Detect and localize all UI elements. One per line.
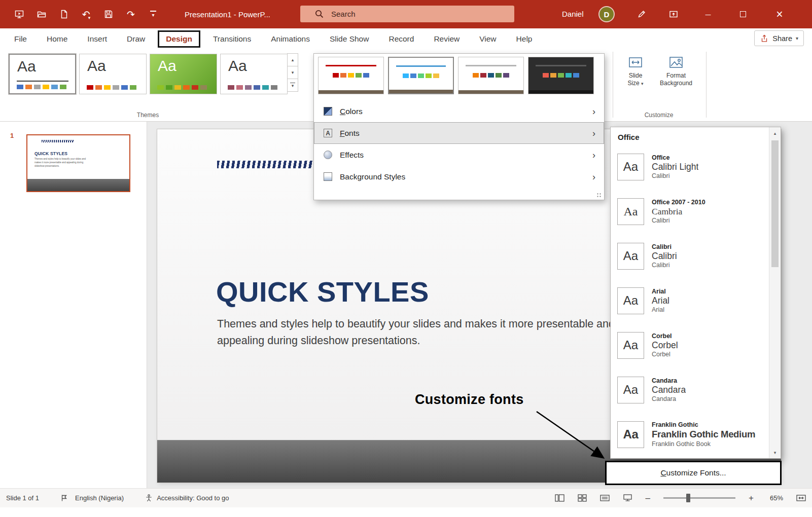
accessibility-button[interactable]: Accessibility: Good to go: [145, 494, 229, 502]
theme-color-strip: [157, 85, 207, 90]
body-font-name: Calibri: [652, 262, 677, 269]
menu-item[interactable]: Effects ›: [314, 144, 604, 166]
ribbon-tab[interactable]: Animations: [268, 34, 313, 44]
ribbon-tab[interactable]: Insert: [84, 34, 110, 44]
ribbon-tab[interactable]: View: [476, 34, 499, 44]
maximize-button[interactable]: [731, 0, 755, 28]
thumbnail-title: QUICK STYLES: [34, 151, 129, 156]
slide-title-textbox[interactable]: QUICK STYLES: [216, 275, 429, 308]
account-avatar[interactable]: D: [598, 6, 615, 22]
font-scheme-name: Calibri: [652, 243, 677, 250]
variant-thumbnail[interactable]: [388, 57, 454, 94]
font-sample-box: Aa: [617, 243, 644, 270]
reading-view-button[interactable]: [600, 494, 610, 502]
open-folder-icon: [37, 9, 47, 19]
ribbon-tab[interactable]: Draw: [124, 34, 148, 44]
language-button[interactable]: English (Nigeria): [75, 494, 124, 502]
new-file-button[interactable]: [54, 5, 74, 23]
ribbon-tab[interactable]: Record: [385, 34, 417, 44]
normal-view-button[interactable]: [555, 494, 564, 502]
font-scheme-item[interactable]: Aa Franklin Gothic Franklin Gothic Mediu…: [611, 412, 781, 457]
variant-gallery: [314, 54, 604, 94]
slide-sorter-icon: [578, 494, 587, 502]
variant-thumbnail[interactable]: [458, 57, 524, 94]
themes-scroll-down-button[interactable]: ▾: [287, 66, 298, 79]
slideshow-view-button[interactable]: [623, 494, 632, 502]
font-scheme-item[interactable]: Aa Arial Arial Arial: [611, 278, 781, 323]
slideshow-icon: [623, 494, 632, 502]
chevron-down-icon: ▾: [774, 450, 776, 455]
variant-color-strip: [319, 73, 383, 78]
customize-quick-access-button[interactable]: ▾: [143, 5, 163, 23]
slide-size-button[interactable]: SlideSize ▾: [620, 55, 651, 87]
start-slideshow-button[interactable]: [9, 5, 29, 23]
minimize-button[interactable]: ─: [696, 0, 720, 28]
format-background-button[interactable]: FormatBackground: [654, 55, 698, 87]
theme-card[interactable]: Aa: [220, 54, 288, 94]
redo-button[interactable]: ↷: [121, 5, 141, 23]
slide-number: 1: [10, 132, 14, 139]
ribbon-tab[interactable]: File: [11, 34, 30, 44]
zoom-out-button[interactable]: –: [646, 493, 650, 503]
save-button[interactable]: [98, 5, 119, 23]
scroll-down-button[interactable]: ▾: [769, 447, 781, 458]
share-button[interactable]: Share ▾: [754, 30, 804, 46]
scrollbar-thumb[interactable]: [771, 140, 779, 267]
share-dropdown-icon: ▾: [796, 35, 798, 41]
font-scheme-item[interactable]: Aa Corbel Corbel Corbel: [611, 323, 781, 367]
font-scheme-item[interactable]: Aa Office 2007 - 2010 Cambria Calibri: [611, 189, 781, 234]
customize-fonts-button[interactable]: Customize Fonts...: [605, 461, 782, 485]
menu-item-label: Background Styles: [340, 172, 405, 181]
menu-item[interactable]: Colors ›: [314, 100, 604, 122]
themes-scroll-up-button[interactable]: ▴: [287, 53, 298, 66]
zoom-in-button[interactable]: +: [749, 493, 754, 503]
theme-card[interactable]: Aa: [150, 54, 217, 94]
zoom-slider-thumb[interactable]: [686, 494, 690, 502]
ribbon-tab[interactable]: Home: [44, 34, 70, 44]
theme-card[interactable]: Aa: [79, 54, 147, 94]
ribbon-tab[interactable]: Review: [431, 34, 463, 44]
resize-grip[interactable]: [596, 193, 602, 198]
thumbnail-floor-graphic: [27, 179, 129, 191]
proofing-flag-button[interactable]: [60, 494, 68, 502]
account-name[interactable]: Daniel: [562, 10, 584, 18]
heading-font-name: Arial: [652, 295, 669, 307]
slide-thumbnail[interactable]: QUICK STYLES Themes and styles help to b…: [26, 134, 130, 192]
ribbon-tab[interactable]: Transitions: [210, 34, 254, 44]
group-divider: [706, 52, 707, 118]
themes-more-button[interactable]: ▾: [287, 79, 298, 92]
variant-thumbnail[interactable]: [528, 57, 594, 94]
fonts-scrollbar[interactable]: ▴ ▾: [769, 127, 781, 458]
slide-body-textbox[interactable]: Themes and styles help to beautify your …: [217, 316, 615, 350]
annotation-arrow: [517, 400, 614, 466]
theme-card[interactable]: Aa: [9, 54, 76, 94]
close-button[interactable]: ×: [764, 0, 795, 28]
ink-pen-button[interactable]: [630, 0, 653, 28]
ribbon-tab[interactable]: Help: [513, 34, 536, 44]
search-bar[interactable]: [300, 6, 514, 22]
variant-thumbnail[interactable]: [318, 57, 384, 94]
zoom-slider[interactable]: [663, 497, 735, 499]
theme-divider-line: [17, 81, 68, 82]
open-button[interactable]: [31, 5, 52, 23]
font-scheme-item[interactable]: Aa Candara Candara Candara: [611, 367, 781, 412]
font-scheme-item[interactable]: Aa Calibri Calibri Calibri: [611, 234, 781, 278]
zoom-level[interactable]: 65%: [767, 494, 783, 502]
group-divider: [613, 52, 613, 118]
font-scheme-item[interactable]: Aa Office Calibri Light Calibri: [611, 144, 781, 189]
ribbon-tab[interactable]: Slide Show: [327, 34, 372, 44]
scroll-up-button[interactable]: ▴: [769, 127, 781, 139]
annotation-label: Customize fonts: [415, 392, 524, 408]
heading-font-name: Calibri: [652, 250, 677, 262]
slide-sorter-view-button[interactable]: [578, 494, 587, 502]
undo-button[interactable]: ↶ ▾: [76, 5, 96, 23]
menu-item[interactable]: Fonts ›: [314, 122, 604, 144]
menu-item[interactable]: Background Styles ›: [314, 166, 604, 188]
search-input[interactable]: [331, 10, 483, 18]
themes-gallery: Aa Aa Aa Aa: [9, 54, 288, 94]
fonts-flyout-panel: Office Aa Office Calibri Light Calibri A…: [610, 127, 781, 459]
fit-slide-to-window-button[interactable]: [796, 494, 806, 502]
ribbon-tab[interactable]: Design: [158, 30, 200, 48]
ribbon-options-icon: [668, 9, 679, 19]
ribbon-display-options-button[interactable]: [662, 0, 685, 28]
